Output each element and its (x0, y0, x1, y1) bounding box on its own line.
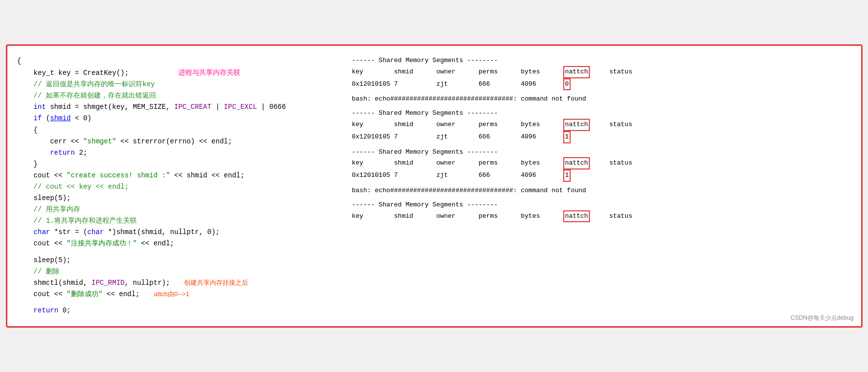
code-panel: { key_t key = CreatKey(); 进程与共享内存关联 // 返… (7, 51, 342, 321)
code-line-return0: return 0; (17, 305, 332, 316)
code-line-if: if (shmid < 0) (17, 113, 332, 124)
code-line-int: int shmid = shmget(key, MEM_SIZE, IPC_CR… (17, 101, 332, 113)
code-line-comment5: // 1.将共享内存和进程产生关联 (17, 215, 332, 227)
term-header-4: ------ Shared Memory Segments -------- (352, 147, 851, 158)
nattch-box-6: nattch (563, 210, 590, 223)
code-line-key: key_t key = CreatKey(); 进程与共享内存关联 (17, 67, 332, 79)
code-line-comment4: // 用共享内存 (17, 204, 332, 215)
term-cols-6: key shmid owner perms bytes nattch statu… (352, 210, 851, 223)
code-line-brace2: } (17, 159, 332, 170)
nattch-val-3: 1 (563, 131, 571, 143)
terminal-panel: ------ Shared Memory Segments -------- k… (342, 51, 861, 321)
main-container: { key_t key = CreatKey(); 进程与共享内存关联 // 返… (6, 44, 863, 328)
term-bash-1: bash: echo##############################… (352, 94, 851, 104)
term-header-3: ------ Shared Memory Segments -------- (352, 108, 851, 119)
term-data-1: 0x12010105 7 zjt 666 4096 0 (352, 78, 851, 91)
code-line-comment2: // 如果不存在就创建，存在就出错返回 (17, 90, 332, 101)
term-cols-1: key shmid owner perms bytes nattch statu… (352, 66, 851, 78)
nattch-box-3: nattch (563, 119, 590, 131)
term-bash-2: bash: echo##############################… (352, 186, 851, 196)
term-cols-4: key shmid owner perms bytes nattch statu… (352, 157, 851, 169)
term-header-6: ------ Shared Memory Segments -------- (352, 200, 851, 210)
code-line-comment3: // cout << key << endl; (17, 181, 332, 193)
code-line-cout-del: cout << "删除成功" << endl; attch由0-->1 (17, 289, 332, 300)
code-line-sleep1: sleep(5); (17, 193, 332, 204)
terminal-section-3: ------ Shared Memory Segments -------- k… (352, 108, 851, 143)
nattch-val-1: 0 (563, 78, 571, 91)
terminal-section-6: ------ Shared Memory Segments -------- k… (352, 200, 851, 223)
terminal-section-2: bash: echo##############################… (352, 94, 851, 104)
nattch-box-4: nattch (563, 157, 590, 169)
term-header-1: ------ Shared Memory Segments -------- (352, 56, 851, 66)
term-data-3: 0x12010105 7 zjt 666 4096 1 (352, 131, 851, 143)
term-cols-3: key shmid owner perms bytes nattch statu… (352, 119, 851, 131)
nattch-val-4: 1 (563, 169, 571, 182)
code-line-return2: return 2; (17, 147, 332, 159)
watermark: CSDN@每天少点debug (791, 314, 854, 322)
code-line-cout-attach: cout << "注接共享内存成功！" << endl; (17, 238, 332, 249)
terminal-section-4: ------ Shared Memory Segments -------- k… (352, 147, 851, 182)
code-line-cerr: cerr << "shmget" << strerror(errno) << e… (17, 136, 332, 147)
code-line-cout-create: cout << "create success! shmid :" << shm… (17, 170, 332, 181)
code-line-comment1: // 返回值是共享内存的唯一标识符key (17, 79, 332, 90)
code-line-open-brace: { (17, 56, 332, 67)
terminal-section-1: ------ Shared Memory Segments -------- k… (352, 56, 851, 90)
nattch-box-1: nattch (563, 66, 590, 78)
code-line-brace1: { (17, 125, 332, 136)
code-line-comment-del: // 删除 (17, 266, 332, 277)
code-line-char: char *str = (char *)shmat(shmid, nullptr… (17, 227, 332, 238)
code-line-shmctl: shmctl(shmid, IPC_RMID, nullptr); 创建共享内存… (17, 277, 332, 289)
terminal-section-5: bash: echo##############################… (352, 186, 851, 196)
code-line-sleep2: sleep(5); (17, 255, 332, 266)
term-data-4: 0x12010105 7 zjt 666 4096 1 (352, 169, 851, 182)
